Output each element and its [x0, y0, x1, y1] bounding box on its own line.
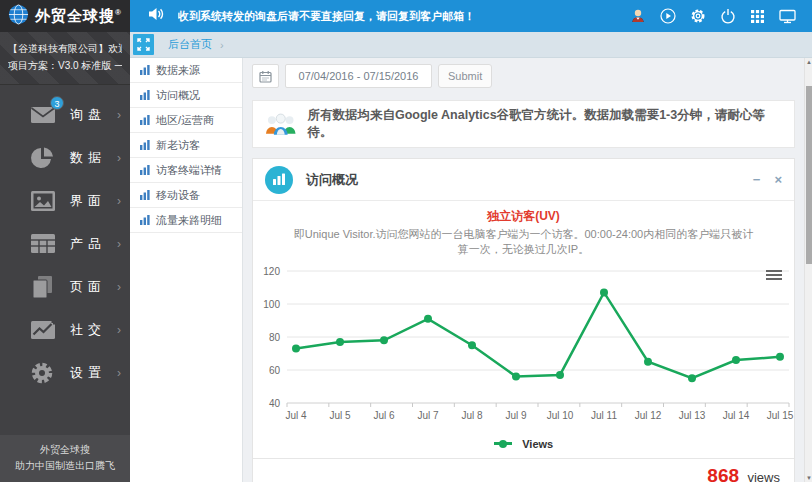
submenu-item-new-returning[interactable]: 新老访客 — [130, 133, 242, 158]
submit-button[interactable]: Submit — [438, 64, 492, 88]
sidebar-item-product[interactable]: 产品 › — [0, 222, 130, 265]
bar-chart-icon — [139, 64, 151, 76]
minimize-icon[interactable]: − — [753, 173, 761, 186]
footer-slogan: 助力中国制造出口腾飞 — [0, 458, 130, 474]
bar-chart-icon — [139, 189, 151, 201]
sidebar-nav: 3 询盘 › 数据 › — [0, 93, 130, 394]
submenu-item-mobile-device[interactable]: 移动设备 — [130, 183, 242, 208]
total-views-value: 868 — [707, 465, 739, 482]
calendar-icon — [259, 70, 272, 83]
breadcrumb[interactable]: 后台首页 — [168, 37, 212, 52]
svg-text:120: 120 — [263, 266, 280, 277]
avatar[interactable] — [629, 8, 646, 25]
total-views-row: 868 views — [253, 458, 794, 482]
top-bar: 外贸全球搜® 收到系统转发的询盘后请不要直接回复，请回复到客户邮箱！ — [0, 0, 812, 32]
chevron-right-icon: › — [117, 280, 121, 294]
scroll-up-arrow[interactable]: ▲ — [805, 59, 812, 65]
svg-text:40: 40 — [269, 398, 281, 409]
scroll-down-arrow[interactable]: ▼ — [805, 475, 812, 481]
inquiry-badge: 3 — [50, 96, 64, 110]
topbar-main: 收到系统转发的询盘后请不要直接回复，请回复到客户邮箱！ — [130, 0, 812, 32]
welcome-plan: 项目方案：V3.0 标准版 一年 — [8, 57, 122, 74]
expand-arrows-icon — [137, 38, 150, 51]
pie-chart-icon — [30, 146, 57, 170]
svg-text:Jul 6: Jul 6 — [373, 410, 395, 421]
pages-icon — [30, 275, 57, 299]
chevron-right-icon: › — [117, 194, 121, 208]
product-grid-icon — [30, 232, 57, 256]
uv-line-chart: 406080100120Jul 4Jul 5Jul 6Jul 7Jul 8Jul… — [253, 262, 794, 432]
submenu-item-data-source[interactable]: 数据来源 — [130, 58, 242, 83]
sidebar-item-data[interactable]: 数据 › — [0, 136, 130, 179]
bar-chart-icon — [139, 139, 151, 151]
visit-overview-panel: 访问概况 − × 独立访客(UV) 即Unique Visitor.访问您网站的… — [252, 158, 795, 482]
speaker-icon — [148, 7, 164, 25]
sidebar-footer: 外贸全球搜 助力中国制造出口腾飞 — [0, 435, 130, 482]
footer-brand: 外贸全球搜 — [0, 442, 130, 458]
chevron-right-icon: › — [117, 366, 121, 380]
submenu-item-terminal-detail[interactable]: 访客终端详情 — [130, 158, 242, 183]
svg-text:Jul 15: Jul 15 — [767, 410, 794, 421]
app-grid-icon[interactable] — [749, 8, 766, 25]
close-icon[interactable]: × — [774, 173, 782, 186]
breadcrumb-separator: › — [220, 39, 224, 51]
sidebar-item-settings[interactable]: 设置 › — [0, 351, 130, 394]
welcome-block: 【谷道科技有限公司】欢迎您! 项目方案：V3.0 标准版 一年 — [0, 32, 130, 85]
svg-text:Jul 5: Jul 5 — [329, 410, 351, 421]
sidebar-item-pages[interactable]: 页面 › — [0, 265, 130, 308]
scrollbar-thumb[interactable] — [806, 86, 812, 264]
chevron-right-icon: › — [117, 151, 121, 165]
svg-text:Jul 9: Jul 9 — [505, 410, 527, 421]
vertical-scrollbar[interactable]: ▲ ▼ — [804, 58, 812, 482]
gear-icon[interactable] — [689, 8, 706, 25]
notice-text: 所有数据均来自Google Analytics谷歌官方统计。数据加载需要1-3分… — [307, 107, 782, 141]
calendar-button[interactable] — [252, 64, 279, 88]
app-logo[interactable]: 外贸全球搜® — [0, 0, 130, 32]
svg-text:100: 100 — [263, 299, 280, 310]
welcome-company: 【谷道科技有限公司】欢迎您! — [8, 40, 122, 57]
chevron-right-icon: › — [117, 323, 121, 337]
power-icon[interactable] — [719, 8, 736, 25]
trend-chart-icon — [30, 318, 57, 342]
uv-title: 独立访客(UV) — [253, 208, 794, 225]
play-circle-icon[interactable] — [659, 8, 676, 25]
legend-marker — [494, 442, 512, 445]
svg-text:Jul 7: Jul 7 — [417, 410, 439, 421]
notice-bar: 所有数据均来自Google Analytics谷歌官方统计。数据加载需要1-3分… — [252, 100, 795, 148]
sidebar-item-inquiry[interactable]: 3 询盘 › — [0, 93, 130, 136]
breadcrumb-bar: 后台首页 › — [130, 32, 812, 58]
chart-canvas: 406080100120Jul 4Jul 5Jul 6Jul 7Jul 8Jul… — [259, 262, 795, 432]
sidebar-item-social[interactable]: 社交 › — [0, 308, 130, 351]
svg-text:80: 80 — [269, 332, 281, 343]
submenu-item-traffic-source[interactable]: 流量来路明细 — [130, 208, 242, 233]
svg-text:60: 60 — [269, 365, 281, 376]
expand-button[interactable] — [133, 34, 154, 55]
system-notice: 收到系统转发的询盘后请不要直接回复，请回复到客户邮箱！ — [178, 9, 475, 24]
submenu-item-region-carrier[interactable]: 地区/运营商 — [130, 108, 242, 133]
users-group-icon — [265, 112, 296, 136]
svg-text:Jul 13: Jul 13 — [679, 410, 706, 421]
main-sidebar: 【谷道科技有限公司】欢迎您! 项目方案：V3.0 标准版 一年 3 询盘 › — [0, 32, 130, 482]
svg-text:Jul 4: Jul 4 — [285, 410, 307, 421]
panel-controls: − × — [753, 173, 782, 186]
chart-export-menu-icon[interactable] — [766, 268, 782, 282]
bar-chart-icon — [139, 164, 151, 176]
date-range-input[interactable] — [285, 64, 432, 88]
monitor-icon[interactable] — [779, 8, 796, 25]
total-views-unit: views — [747, 470, 780, 482]
chart-legend[interactable]: Views — [253, 434, 794, 450]
logo-text: 外贸全球搜® — [35, 7, 122, 26]
bar-chart-icon — [139, 114, 151, 126]
chevron-right-icon: › — [117, 108, 121, 122]
chevron-right-icon: › — [117, 237, 121, 251]
bar-chart-icon — [139, 214, 151, 226]
main-content: Submit 所有数据均来自Google Analytics谷歌官方统计。数据加… — [243, 58, 804, 482]
globe-icon — [8, 4, 29, 29]
svg-text:Jul 10: Jul 10 — [547, 410, 574, 421]
chart-circle-icon — [265, 166, 293, 194]
image-icon — [30, 189, 57, 213]
submenu-item-visit-overview[interactable]: 访问概况 — [130, 83, 242, 108]
legend-label: Views — [522, 438, 553, 450]
uv-description: 即Unique Visitor.访问您网站的一台电脑客户端为一个访客。00:00… — [289, 227, 759, 257]
sidebar-item-interface[interactable]: 界面 › — [0, 179, 130, 222]
